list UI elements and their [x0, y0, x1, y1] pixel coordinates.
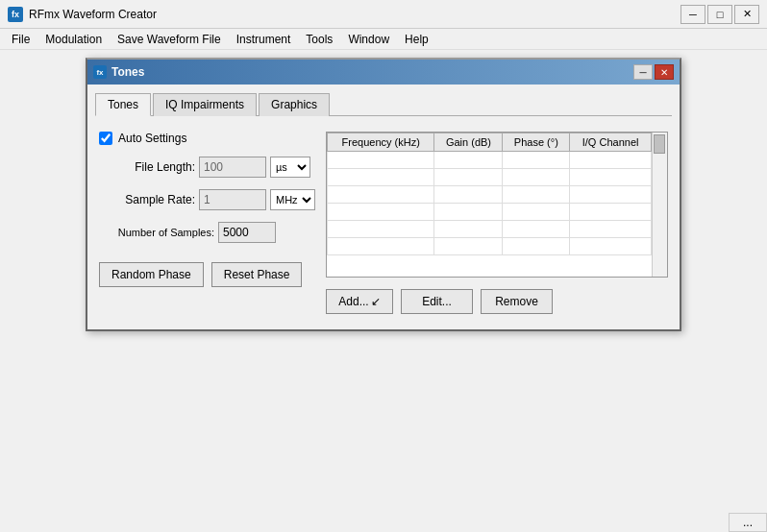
file-length-label: File Length: — [99, 160, 195, 174]
tab-bar: Tones IQ Impairments Graphics — [95, 92, 672, 116]
sample-rate-input[interactable] — [199, 189, 266, 210]
auto-settings-label: Auto Settings — [118, 132, 186, 145]
dialog-icon: fx — [93, 65, 107, 79]
data-table-container: Frequency (kHz) Gain (dB) Phase (°) I/Q … — [326, 132, 668, 278]
app-icon: fx — [8, 7, 23, 22]
table-row — [328, 186, 652, 204]
app-title: RFmx Waveform Creator — [29, 8, 157, 21]
menu-save-waveform[interactable]: Save Waveform File — [110, 31, 229, 48]
dialog-minimize-button[interactable]: ─ — [633, 64, 653, 80]
auto-settings-row: Auto Settings — [99, 132, 310, 145]
edit-button[interactable]: Edit... — [401, 289, 473, 314]
main-area: fx Tones ─ ✕ Tones IQ Impairments Graphi… — [0, 50, 767, 532]
menu-tools[interactable]: Tools — [298, 31, 340, 48]
close-button[interactable]: ✕ — [734, 5, 759, 24]
menu-modulation[interactable]: Modulation — [37, 31, 110, 48]
table-row — [328, 204, 652, 221]
status-icon: ... — [743, 516, 753, 529]
dialog-close-button[interactable]: ✕ — [655, 64, 674, 80]
scroll-thumb[interactable] — [654, 134, 665, 154]
dialog-tones: fx Tones ─ ✕ Tones IQ Impairments Graphi… — [86, 58, 681, 331]
tab-iq-impairments[interactable]: IQ Impairments — [153, 93, 257, 116]
auto-settings-checkbox[interactable] — [99, 132, 112, 145]
sample-rate-unit-select[interactable]: MHz kHz GHz — [270, 189, 315, 210]
random-phase-button[interactable]: Random Phase — [99, 262, 204, 287]
dialog-title-bar: fx Tones ─ ✕ — [87, 60, 680, 85]
dialog-title-text: Tones — [111, 65, 144, 79]
sample-rate-row: Sample Rate: MHz kHz GHz — [99, 189, 310, 210]
cursor-icon: ↙ — [371, 295, 381, 308]
table-row — [328, 152, 652, 169]
dialog-title-left: fx Tones — [93, 65, 144, 79]
tab-graphics[interactable]: Graphics — [259, 93, 330, 116]
file-length-row: File Length: µs ms s — [99, 157, 310, 178]
left-panel: Auto Settings File Length: µs ms s — [99, 132, 310, 314]
tab-tones[interactable]: Tones — [95, 93, 151, 116]
window-controls: ─ □ ✕ — [680, 5, 759, 24]
table-row — [328, 221, 652, 238]
col-phase: Phase (°) — [503, 133, 570, 152]
menu-window[interactable]: Window — [340, 31, 397, 48]
sample-rate-label: Sample Rate: — [99, 193, 195, 206]
remove-button[interactable]: Remove — [481, 289, 553, 314]
tones-table: Frequency (kHz) Gain (dB) Phase (°) I/Q … — [327, 133, 652, 255]
minimize-button[interactable]: ─ — [680, 5, 705, 24]
dialog-content: Tones IQ Impairments Graphics Auto Setti… — [87, 85, 680, 329]
phase-buttons-row: Random Phase Reset Phase — [99, 262, 310, 287]
menu-bar: File Modulation Save Waveform File Instr… — [0, 29, 767, 50]
table-row — [328, 238, 652, 255]
col-gain: Gain (dB) — [434, 133, 503, 152]
num-samples-input[interactable] — [218, 222, 276, 243]
maximize-button[interactable]: □ — [707, 5, 732, 24]
tab-content-tones: Auto Settings File Length: µs ms s — [95, 124, 672, 322]
num-samples-row: Number of Samples: — [99, 222, 310, 243]
dialog-window-controls: ─ ✕ — [633, 64, 674, 80]
scroll-track — [652, 133, 667, 277]
status-bar: ... — [729, 513, 767, 532]
menu-help[interactable]: Help — [397, 31, 436, 48]
reset-phase-button[interactable]: Reset Phase — [211, 262, 303, 287]
menu-file[interactable]: File — [4, 31, 37, 48]
file-length-input[interactable] — [199, 157, 266, 178]
title-bar: fx RFmx Waveform Creator ─ □ ✕ — [0, 0, 767, 29]
file-length-unit-select[interactable]: µs ms s — [270, 157, 310, 178]
title-bar-left: fx RFmx Waveform Creator — [8, 7, 157, 22]
col-frequency: Frequency (kHz) — [328, 133, 434, 152]
add-button[interactable]: Add...↙ — [326, 289, 393, 314]
table-body — [328, 152, 652, 255]
right-panel: Frequency (kHz) Gain (dB) Phase (°) I/Q … — [326, 132, 668, 314]
col-iq-channel: I/Q Channel — [570, 133, 652, 152]
table-row — [328, 169, 652, 186]
menu-instrument[interactable]: Instrument — [229, 31, 299, 48]
action-buttons-row: Add...↙ Edit... Remove — [326, 289, 668, 314]
num-samples-label: Number of Samples: — [99, 227, 214, 238]
